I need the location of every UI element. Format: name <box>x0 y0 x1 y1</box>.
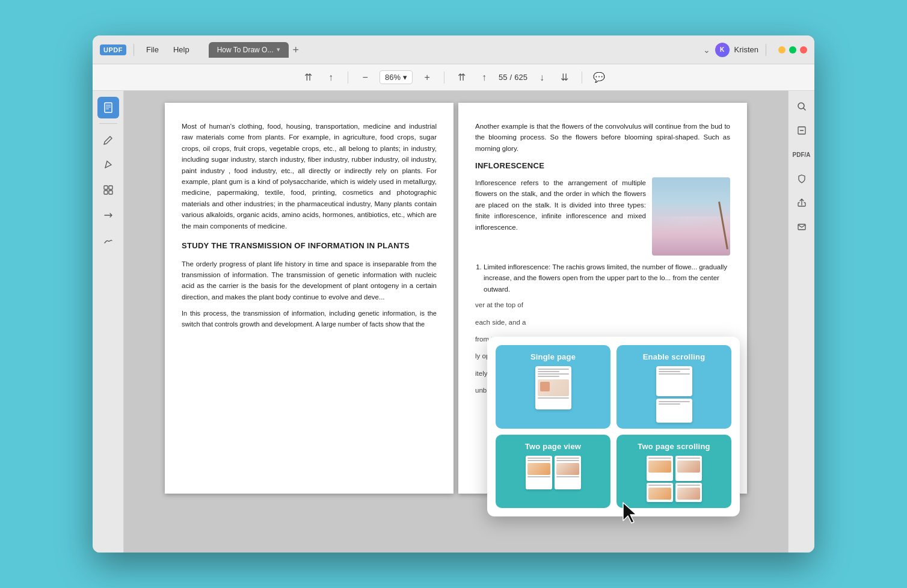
single-page-icon <box>535 366 571 409</box>
two-page-icons <box>526 456 581 489</box>
svg-rect-6 <box>104 191 108 194</box>
tab-title: How To Draw O... <box>217 46 274 54</box>
svg-rect-4 <box>104 186 108 189</box>
enable-scrolling-label: Enable scrolling <box>643 352 706 361</box>
page-current: 55 <box>499 73 507 82</box>
prev-page-button2[interactable]: ↑ <box>476 69 493 86</box>
scrolling-pages <box>656 366 692 423</box>
svg-rect-7 <box>109 191 112 194</box>
next-page-button[interactable]: ↓ <box>533 69 550 86</box>
ts-icon-1 <box>647 456 673 481</box>
partial-text-2: each side, and a <box>475 317 730 328</box>
cursor-arrow <box>620 500 639 528</box>
img-flowers <box>652 201 730 256</box>
sidebar-annotate[interactable] <box>97 154 119 176</box>
sidebar-convert[interactable] <box>97 204 119 226</box>
numbered-list: Limited inflorescence: The rachis grows … <box>475 262 730 295</box>
user-name: Kristen <box>734 45 758 54</box>
two-page-icon-right <box>555 456 581 489</box>
two-page-view-option[interactable]: Two page view <box>496 435 610 508</box>
sidebar-edit[interactable] <box>97 129 119 150</box>
scrolling-page-2 <box>656 399 692 423</box>
list-item-1: Limited inflorescence: The rachis grows … <box>484 262 730 295</box>
tab-area: How To Draw O... ▾ + <box>209 42 698 58</box>
left-para-1: Most of human's clothing, food, housing,… <box>182 121 437 231</box>
zoom-out-button[interactable]: − <box>357 69 374 86</box>
single-page-thumb <box>538 379 569 396</box>
right-intro: Another example is that the flowers of t… <box>475 121 730 154</box>
enable-scrolling-option[interactable]: Enable scrolling <box>616 345 731 429</box>
zoom-dropdown-icon: ▾ <box>403 73 407 82</box>
sidebar-sep1 <box>99 123 117 124</box>
right-sidebar: PDF/A <box>788 91 814 553</box>
svg-rect-5 <box>109 186 112 189</box>
right-heading: INFLORESCENCE <box>475 160 730 173</box>
minimize-button[interactable] <box>778 46 786 54</box>
first-page-button[interactable]: ⇈ <box>300 69 316 86</box>
scrolling-page-1 <box>656 366 692 396</box>
pdf-page-left: Most of human's clothing, food, housing,… <box>165 103 454 494</box>
svg-line-9 <box>804 108 805 110</box>
single-page-label: Single page <box>530 352 576 361</box>
avatar: K <box>715 43 730 57</box>
left-para-3: In this process, the transmission of inf… <box>182 308 437 329</box>
prev-page-button[interactable]: ↑ <box>322 69 339 86</box>
last-page-button[interactable]: ⇊ <box>556 69 573 86</box>
search-icon[interactable] <box>792 97 811 116</box>
two-page-scrolling-option[interactable]: Two page scrolling <box>616 435 731 508</box>
page-display: 55 / 625 <box>499 73 527 82</box>
title-divider <box>134 44 134 56</box>
email-icon[interactable] <box>792 217 811 236</box>
ts-icon-2 <box>675 456 702 481</box>
sep3 <box>582 72 582 84</box>
two-page-scroll-pages <box>647 456 702 502</box>
app-window: UPDF File Help How To Draw O... ▾ + ⌄ K … <box>93 35 814 553</box>
svg-rect-0 <box>105 103 112 112</box>
ts-icon-4 <box>675 483 702 502</box>
maximize-button[interactable] <box>789 46 796 54</box>
share-icon[interactable] <box>792 193 811 212</box>
scan-icon[interactable] <box>792 121 811 140</box>
sep2 <box>444 72 444 84</box>
sidebar-organize[interactable] <box>97 179 119 201</box>
comment-button[interactable]: 💬 <box>591 69 607 86</box>
sidebar-sign[interactable] <box>97 230 119 251</box>
zoom-in-button[interactable]: + <box>419 69 435 86</box>
view-popup: Single page Enable scrolling <box>487 337 740 516</box>
tab-add-button[interactable]: + <box>292 44 299 55</box>
sep1 <box>348 72 348 84</box>
inflorescence-image <box>652 177 730 256</box>
document-area[interactable]: Most of human's clothing, food, housing,… <box>124 91 788 553</box>
main-content: Most of human's clothing, food, housing,… <box>93 91 814 553</box>
first-page-button2[interactable]: ⇈ <box>453 69 470 86</box>
zoom-value: 86% <box>385 73 401 82</box>
inflorescence-desc: Inflorescence refers to the arrangement … <box>475 177 646 233</box>
title-bar: UPDF File Help How To Draw O... ▾ + ⌄ K … <box>93 35 814 64</box>
left-heading: STUDY THE TRANSMISSION OF INFORMATION IN… <box>182 240 437 253</box>
left-para-2: The orderly progress of plant life histo… <box>182 259 437 303</box>
two-page-scrolling-label: Two page scrolling <box>638 442 710 451</box>
left-sidebar <box>93 91 124 553</box>
close-button[interactable] <box>800 46 807 54</box>
tab-dropdown-icon[interactable]: ▾ <box>277 46 280 54</box>
sidebar-page-view[interactable] <box>97 97 119 118</box>
page-sep: / <box>510 73 512 82</box>
zoom-display[interactable]: 86% ▾ <box>380 70 413 84</box>
protect-icon[interactable] <box>792 169 811 188</box>
menu-file[interactable]: File <box>141 43 164 57</box>
divider2 <box>766 44 766 56</box>
single-page-option[interactable]: Single page <box>496 345 610 429</box>
window-controls <box>778 46 807 54</box>
two-page-view-label: Two page view <box>525 442 581 451</box>
two-page-icon-left <box>526 456 552 489</box>
active-tab[interactable]: How To Draw O... ▾ <box>209 42 289 58</box>
ts-icon-3 <box>647 483 673 502</box>
page-total: 625 <box>514 73 527 82</box>
collapse-icon[interactable]: ⌄ <box>703 45 710 55</box>
menu-help[interactable]: Help <box>168 43 194 57</box>
partial-text-1: ver at the top of <box>475 299 730 310</box>
toolbar: ⇈ ↑ − 86% ▾ + ⇈ ↑ 55 / 625 ↓ ⇊ 💬 <box>93 64 814 91</box>
pdfa-icon[interactable]: PDF/A <box>792 145 811 164</box>
updf-logo: UPDF <box>100 44 126 55</box>
title-bar-right: ⌄ K Kristen <box>703 43 807 57</box>
